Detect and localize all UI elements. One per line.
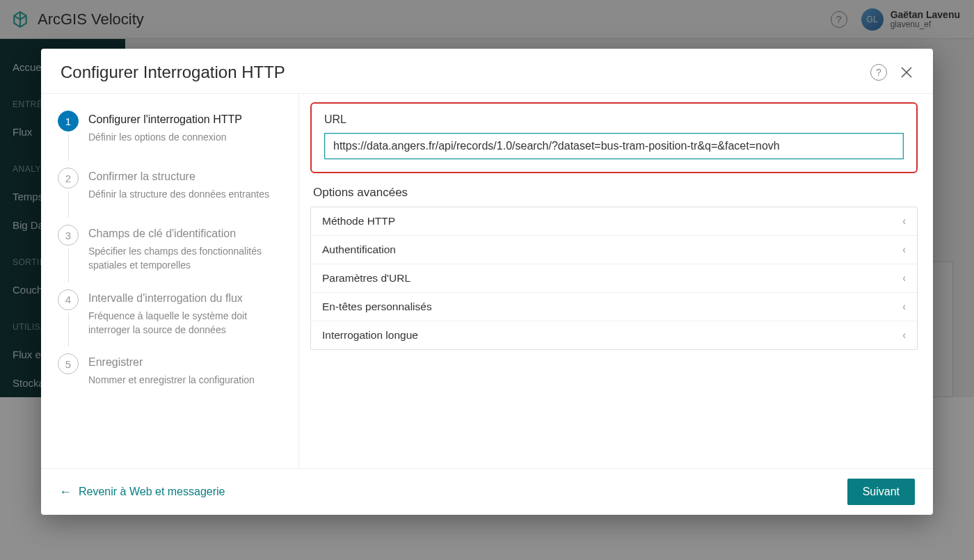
wizard-steps: 1 Configurer l'interrogation HTTP Défini…: [41, 94, 298, 468]
step-2-desc: Définir la structure des données entrant…: [88, 187, 269, 201]
acc-label: Méthode HTTP: [322, 215, 395, 227]
acc-methode-http[interactable]: Méthode HTTP ‹: [311, 207, 917, 235]
step-3[interactable]: 3 Champs de clé d'identification Spécifi…: [58, 225, 286, 285]
advanced-title: Options avancées: [313, 186, 918, 200]
acc-label: Interrogation longue: [322, 329, 418, 342]
chevron-left-icon: ‹: [902, 272, 905, 285]
acc-entetes[interactable]: En-têtes personnalisés ‹: [311, 292, 917, 321]
next-button[interactable]: Suivant: [847, 479, 915, 505]
step-1-desc: Définir les options de connexion: [88, 130, 242, 144]
step-2[interactable]: 2 Confirmer la structure Définir la stru…: [58, 168, 286, 221]
url-highlight-box: URL: [310, 102, 918, 173]
url-label: URL: [324, 113, 904, 126]
acc-authentification[interactable]: Authentification ‹: [311, 235, 917, 264]
acc-label: Paramètres d'URL: [322, 272, 410, 285]
step-1-num: 1: [58, 111, 79, 131]
step-4-desc: Fréquence à laquelle le système doit int…: [88, 309, 286, 337]
step-3-desc: Spécifier les champs des fonctionnalités…: [88, 244, 286, 273]
acc-interrogation-longue[interactable]: Interrogation longue ‹: [311, 321, 917, 349]
step-2-title: Confirmer la structure: [88, 170, 269, 183]
modal-header: Configurer Interrogation HTTP ?: [41, 49, 933, 94]
step-4[interactable]: 4 Intervalle d'interrogation du flux Fré…: [58, 289, 286, 350]
modal-overlay: Configurer Interrogation HTTP ? 1 Config…: [0, 0, 974, 560]
acc-label: Authentification: [322, 243, 396, 256]
step-3-num: 3: [58, 225, 79, 246]
step-2-num: 2: [58, 168, 79, 189]
step-4-num: 4: [58, 289, 79, 310]
step-5-desc: Nommer et enregistrer la configuration: [88, 373, 255, 387]
step-5-num: 5: [58, 353, 79, 374]
step-5-title: Enregistrer: [88, 356, 255, 369]
step-1-title: Configurer l'interrogation HTTP: [88, 113, 242, 126]
modal-footer: ← Revenir à Web et messagerie Suivant: [41, 468, 933, 515]
modal: Configurer Interrogation HTTP ? 1 Config…: [41, 49, 933, 515]
modal-title: Configurer Interrogation HTTP: [61, 63, 285, 82]
step-5[interactable]: 5 Enregistrer Nommer et enregistrer la c…: [58, 353, 286, 399]
chevron-left-icon: ‹: [902, 243, 905, 256]
step-4-title: Intervalle d'interrogation du flux: [88, 292, 286, 305]
form-pane: URL Options avancées Méthode HTTP ‹ Auth…: [299, 94, 933, 468]
advanced-accordion: Méthode HTTP ‹ Authentification ‹ Paramè…: [310, 207, 918, 350]
url-input[interactable]: [324, 133, 904, 159]
step-1[interactable]: 1 Configurer l'interrogation HTTP Défini…: [58, 111, 286, 163]
chevron-left-icon: ‹: [902, 301, 905, 313]
back-link[interactable]: ← Revenir à Web et messagerie: [59, 485, 225, 499]
modal-help-icon[interactable]: ?: [870, 64, 887, 81]
acc-label: En-têtes personnalisés: [322, 301, 432, 313]
acc-parametres-url[interactable]: Paramètres d'URL ‹: [311, 264, 917, 292]
arrow-left-icon: ←: [59, 485, 72, 499]
step-3-title: Champs de clé d'identification: [88, 227, 286, 240]
chevron-left-icon: ‹: [902, 215, 905, 227]
back-link-label: Revenir à Web et messagerie: [79, 486, 225, 498]
close-icon[interactable]: [900, 65, 913, 79]
chevron-left-icon: ‹: [902, 329, 905, 342]
